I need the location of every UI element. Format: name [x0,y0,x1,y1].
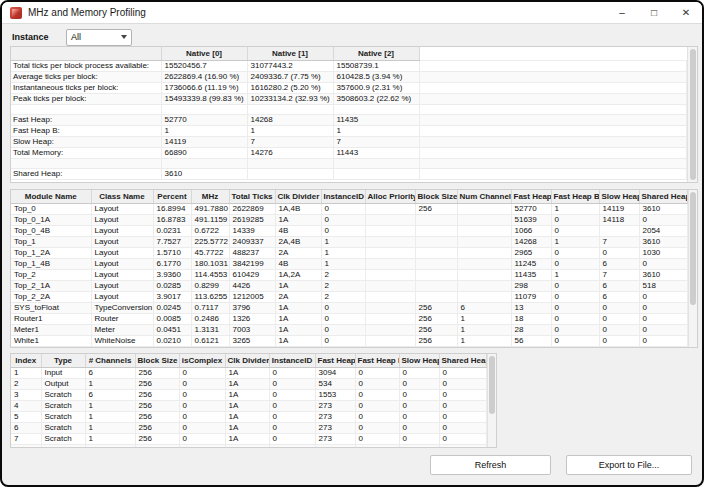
summary-vertical-scrollbar[interactable] [687,47,697,182]
table-cell: 610428.5 (3.94 %) [333,71,419,82]
table-row[interactable]: White1WhiteNoise0.02100.612132651A025615… [11,335,687,346]
table-cell: 0.6722 [191,225,229,236]
table-row: Shared Heap:3610 [11,168,687,179]
table-cell: 256 [135,411,179,422]
table-cell: Top_0 [11,203,91,214]
column-header: Fast Heap [511,190,551,203]
table-cell: 0 [551,291,599,302]
table-cell: Layout [91,214,153,225]
table-row[interactable]: Router1Router0.00850.248613261A025611800… [11,313,687,324]
table-row[interactable]: Top_1Layout7.7527225.577224093372A,4B114… [11,236,687,247]
export-to-file-button[interactable]: Export to File... [566,455,692,475]
table-row[interactable]: Meter1Meter0.04511.313170031A0256128000 [11,324,687,335]
table-cell: 4B [275,258,321,269]
table-cell: 8 [11,444,41,448]
maximize-button[interactable]: □ [638,2,670,23]
table-cell: 11245 [511,258,551,269]
table-cell: 2 [321,269,365,280]
table-cell: 11435 [333,114,419,125]
table-cell: 56 [511,335,551,346]
table-cell: 0 [599,324,639,335]
table-row[interactable]: 1Input625601A03094000 [11,367,486,378]
table-row[interactable]: Top_0Layout16.8994491.788026228691A,4B02… [11,203,687,214]
table-cell: 0 [269,400,315,411]
module-vertical-scrollbar[interactable] [688,190,698,347]
scrollbar-thumb[interactable] [690,192,696,305]
column-header: Type [41,354,85,367]
table-cell [457,247,511,258]
table-cell: Top_1_4B [11,258,91,269]
table-cell: 0 [179,444,225,448]
table-cell: 0 [399,400,439,411]
table-cell: Layout [91,291,153,302]
table-row[interactable]: Top_1_4BLayout6.1770180.103138421994B111… [11,258,687,269]
column-header: Module Name [11,190,91,203]
table-cell: 0 [269,444,315,448]
table-cell: 14119 [599,203,639,214]
table-cell: 0 [321,203,365,214]
table-cell: 2965 [511,247,551,258]
table-row[interactable]: Top_0_4BLayout0.02310.6722143394B0106602… [11,225,687,236]
table-cell: 3 [11,389,41,400]
table-cell: 1A [275,324,321,335]
column-header: Clk Divider [275,190,321,203]
table-cell: Scratch [41,422,85,433]
table-row[interactable]: 8Scratch125601A018000 [11,444,486,448]
table-cell: 0 [639,313,687,324]
table-cell: 14268 [247,114,333,125]
table-cell: 0 [321,214,365,225]
table-row[interactable]: Top_1_2ALayout1.571045.77224882372A12965… [11,247,687,258]
table-cell: 256 [135,444,179,448]
table-cell: 0.0231 [153,225,191,236]
column-header: Native [1] [247,47,333,60]
instance-row: Instance All [12,28,132,46]
table-cell: 3796 [229,302,275,313]
minimize-button[interactable]: – [606,2,638,23]
table-cell: 1 [457,335,511,346]
table-cell: 14276 [247,147,333,158]
table-cell: 0.8299 [191,280,229,291]
table-row[interactable]: 3Scratch625601A01553000 [11,389,486,400]
table-cell: 3094 [315,367,355,378]
table-cell: 0.0245 [153,302,191,313]
scrollbar-thumb[interactable] [489,356,495,414]
table-cell: 7 [247,136,333,147]
table-cell: 0 [439,400,486,411]
table-row[interactable]: Top_0_1ALayout16.8783491.115926192851A05… [11,214,687,225]
table-cell: 2409336.7 (7.75 %) [247,71,333,82]
table-row[interactable]: 4Scratch125601A0273000 [11,400,486,411]
table-row[interactable]: 5Scratch125601A0273000 [11,411,486,422]
table-cell: 4426 [229,280,275,291]
table-cell: 2 [321,280,365,291]
table-row[interactable]: 7Scratch125601A0273000 [11,433,486,444]
buffer-vertical-scrollbar[interactable] [487,354,497,447]
table-cell: 3610 [639,236,687,247]
refresh-button[interactable]: Refresh [430,455,551,475]
table-row[interactable]: 6Scratch125601A0273000 [11,422,486,433]
scrollbar-thumb[interactable] [690,49,696,180]
table-cell: 0.0451 [153,324,191,335]
table-cell: Output [41,378,85,389]
table-cell: 14118 [599,214,639,225]
instance-dropdown[interactable]: All [66,29,132,46]
table-cell: Layout [91,258,153,269]
table-row[interactable]: SYS_toFloatTypeConversion0.02450.7117379… [11,302,687,313]
title-bar[interactable]: MHz and Memory Profiling – □ ✕ [2,2,702,24]
table-cell: 1A,2A [275,269,321,280]
table-row[interactable]: 2Output125601A0534000 [11,378,486,389]
table-cell: 0 [551,280,599,291]
table-cell: 256 [415,313,457,324]
table-row[interactable]: Top_2Layout3.9360114.45536104291A,2A2114… [11,269,687,280]
table-cell: 0 [599,335,639,346]
table-cell: Scratch [41,444,85,448]
table-cell: 1616280.2 (5.20 %) [247,82,333,93]
table-cell: 0 [639,324,687,335]
table-row[interactable]: Top_2_2ALayout3.9017113.625512120052A211… [11,291,687,302]
table-row[interactable]: Top_2_1ALayout0.02850.829944261A22980651… [11,280,687,291]
table-cell: Instantaneous ticks per block: [11,82,161,93]
table-cell: 0 [179,411,225,422]
close-button[interactable]: ✕ [670,2,702,23]
table-cell: 256 [135,433,179,444]
table-cell: 3265 [229,335,275,346]
table-cell: 491.7880 [191,203,229,214]
